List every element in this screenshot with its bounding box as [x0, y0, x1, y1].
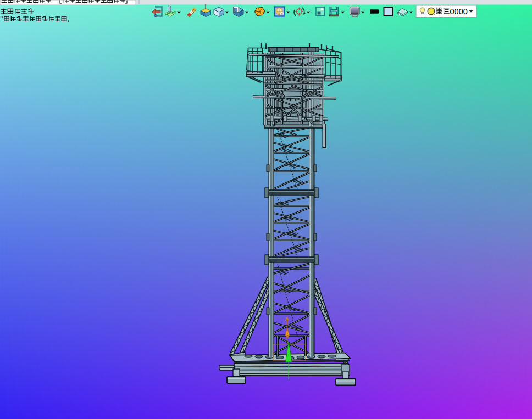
svg-text:0000: 0000 [450, 7, 468, 16]
